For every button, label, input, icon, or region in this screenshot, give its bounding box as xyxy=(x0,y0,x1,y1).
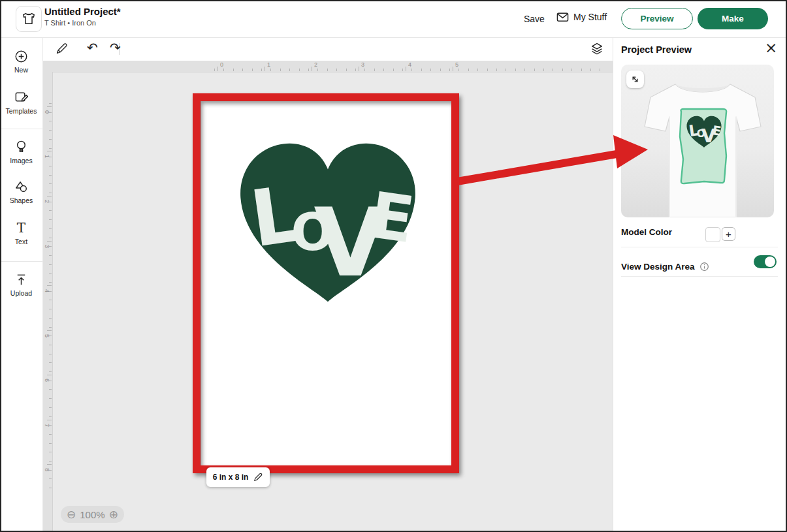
add-color-button[interactable]: + xyxy=(722,227,735,241)
save-button[interactable]: Save xyxy=(524,14,545,24)
ruler-corner xyxy=(42,61,52,72)
project-title: Untitled Project* xyxy=(44,7,121,16)
tshirt-preview-card: L O V E xyxy=(621,65,774,217)
model-color-row: Model Color + xyxy=(621,226,779,248)
toggle-knob xyxy=(765,257,775,267)
sidebar-item-upload[interactable]: Upload xyxy=(0,272,42,297)
close-icon[interactable]: × xyxy=(765,40,777,55)
ruler-horizontal: 012345 xyxy=(52,61,613,72)
images-icon xyxy=(0,139,42,155)
sidebar-label-upload: Upload xyxy=(0,289,42,297)
view-design-area-toggle[interactable] xyxy=(754,255,777,268)
top-bar: Untitled Project* T Shirt • Iron On Save… xyxy=(0,0,787,38)
redo-icon[interactable]: ↷ xyxy=(110,41,121,54)
model-color-label: Model Color xyxy=(621,227,672,237)
sidebar-divider xyxy=(0,129,42,129)
panel-title: Project Preview xyxy=(621,44,692,55)
view-design-area-row: View Design Area xyxy=(621,255,779,277)
sidebar-item-templates[interactable]: Templates xyxy=(0,90,42,115)
pencil-icon[interactable] xyxy=(55,42,69,55)
preview-button[interactable]: Preview xyxy=(621,8,693,29)
shapes-icon xyxy=(0,180,42,195)
sidebar-label-text: Text xyxy=(0,238,42,245)
expand-preview-button[interactable] xyxy=(626,70,644,88)
edit-size-pencil-icon[interactable] xyxy=(253,472,263,482)
text-icon: T xyxy=(0,221,42,236)
love-heart-design[interactable]: L O V E xyxy=(225,129,430,311)
view-design-area-label: View Design Area xyxy=(621,262,695,272)
info-icon[interactable] xyxy=(699,262,709,272)
panel-divider xyxy=(621,276,778,277)
expand-icon xyxy=(630,74,640,84)
tshirt-icon xyxy=(22,12,36,26)
undo-icon[interactable]: ↶ xyxy=(87,41,98,54)
my-stuff-button[interactable]: My Stuff xyxy=(556,12,607,22)
sidebar-label-new: New xyxy=(0,66,42,74)
sidebar-label-shapes: Shapes xyxy=(0,196,42,204)
ruler-vertical: 012345678 xyxy=(42,72,53,532)
home-logo-button[interactable] xyxy=(16,6,42,32)
panel-divider xyxy=(621,247,778,247)
model-color-swatch[interactable] xyxy=(705,227,720,242)
templates-icon xyxy=(0,90,42,105)
layers-icon[interactable] xyxy=(590,41,604,56)
zoom-level: 100% xyxy=(80,509,104,520)
sidebar-item-new[interactable]: New xyxy=(0,49,42,74)
zoom-in-button[interactable]: ⊕ xyxy=(109,509,118,520)
tshirt-mockup: L O V E xyxy=(621,65,774,217)
make-button[interactable]: Make xyxy=(698,8,768,29)
sidebar-label-images: Images xyxy=(0,157,42,164)
left-sidebar: New Templates Images Sh xyxy=(0,37,43,532)
upload-icon xyxy=(0,272,42,287)
zoom-out-button[interactable]: ⊖ xyxy=(67,509,76,520)
canvas-toolbar: ↶ ↷ xyxy=(42,37,613,61)
sidebar-item-shapes[interactable]: Shapes xyxy=(0,180,42,204)
artboard-size-label: 6 in x 8 in xyxy=(213,473,249,482)
new-plus-icon xyxy=(0,49,42,64)
my-stuff-label: My Stuff xyxy=(573,12,607,22)
sidebar-label-templates: Templates xyxy=(0,107,42,115)
artboard-size-chip[interactable]: 6 in x 8 in xyxy=(206,467,270,487)
zoom-control: ⊖ 100% ⊕ xyxy=(61,506,124,523)
sidebar-divider xyxy=(0,261,42,262)
sidebar-item-text[interactable]: T Text xyxy=(0,221,42,245)
sidebar-item-images[interactable]: Images xyxy=(0,139,42,164)
project-title-block: Untitled Project* T Shirt • Iron On xyxy=(44,7,121,27)
envelope-icon xyxy=(556,12,569,22)
project-subtitle: T Shirt • Iron On xyxy=(44,20,121,27)
project-preview-panel: Project Preview × L O V E xyxy=(613,37,787,532)
